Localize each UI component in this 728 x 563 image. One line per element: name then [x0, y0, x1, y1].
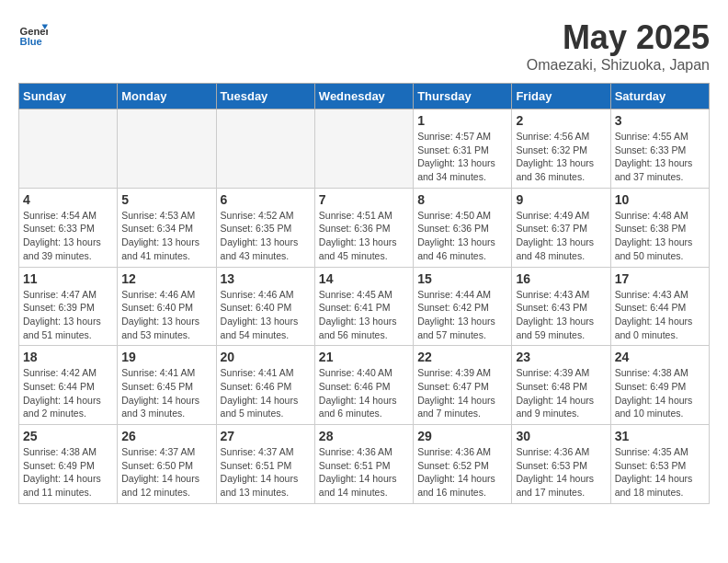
calendar-cell: 10Sunrise: 4:48 AMSunset: 6:38 PMDayligh…	[610, 188, 709, 267]
month-title: May 2025	[527, 18, 710, 57]
calendar-cell: 17Sunrise: 4:43 AMSunset: 6:44 PMDayligh…	[610, 267, 709, 346]
calendar-cell: 27Sunrise: 4:37 AMSunset: 6:51 PMDayligh…	[216, 425, 314, 504]
day-info: Sunrise: 4:45 AMSunset: 6:41 PMDaylight:…	[319, 288, 409, 342]
day-number: 31	[615, 429, 705, 443]
day-info: Sunrise: 4:56 AMSunset: 6:32 PMDaylight:…	[516, 130, 606, 184]
day-header-saturday: Saturday	[610, 84, 709, 109]
logo: General Blue	[18, 18, 48, 48]
day-info: Sunrise: 4:44 AMSunset: 6:42 PMDaylight:…	[417, 288, 507, 342]
calendar-cell: 15Sunrise: 4:44 AMSunset: 6:42 PMDayligh…	[414, 267, 512, 346]
day-info: Sunrise: 4:53 AMSunset: 6:34 PMDaylight:…	[121, 209, 211, 263]
day-number: 29	[417, 429, 507, 443]
day-info: Sunrise: 4:36 AMSunset: 6:53 PMDaylight:…	[516, 445, 606, 500]
day-number: 25	[23, 429, 113, 443]
calendar-cell: 4Sunrise: 4:54 AMSunset: 6:33 PMDaylight…	[19, 188, 118, 267]
calendar-cell: 16Sunrise: 4:43 AMSunset: 6:43 PMDayligh…	[512, 267, 610, 346]
day-info: Sunrise: 4:39 AMSunset: 6:47 PMDaylight:…	[417, 366, 507, 420]
week-row-2: 4Sunrise: 4:54 AMSunset: 6:33 PMDaylight…	[19, 188, 710, 267]
day-header-thursday: Thursday	[414, 84, 512, 109]
calendar-cell: 5Sunrise: 4:53 AMSunset: 6:34 PMDaylight…	[118, 188, 216, 267]
day-number: 17	[615, 271, 705, 286]
calendar-cell: 3Sunrise: 4:55 AMSunset: 6:33 PMDaylight…	[610, 109, 709, 189]
day-info: Sunrise: 4:54 AMSunset: 6:33 PMDaylight:…	[23, 209, 113, 263]
day-number: 7	[319, 192, 409, 207]
day-info: Sunrise: 4:37 AMSunset: 6:51 PMDaylight:…	[221, 445, 311, 500]
calendar-cell: 7Sunrise: 4:51 AMSunset: 6:36 PMDaylight…	[314, 188, 413, 267]
day-info: Sunrise: 4:36 AMSunset: 6:52 PMDaylight:…	[417, 445, 507, 500]
svg-text:Blue: Blue	[20, 36, 42, 47]
calendar-cell: 20Sunrise: 4:41 AMSunset: 6:46 PMDayligh…	[216, 346, 314, 425]
calendar-cell: 23Sunrise: 4:39 AMSunset: 6:48 PMDayligh…	[512, 346, 610, 425]
day-number: 19	[121, 350, 211, 364]
day-info: Sunrise: 4:43 AMSunset: 6:44 PMDaylight:…	[615, 288, 705, 342]
day-info: Sunrise: 4:51 AMSunset: 6:36 PMDaylight:…	[319, 209, 409, 263]
day-info: Sunrise: 4:46 AMSunset: 6:40 PMDaylight:…	[221, 288, 311, 342]
day-info: Sunrise: 4:41 AMSunset: 6:45 PMDaylight:…	[121, 366, 211, 420]
logo-icon: General Blue	[18, 18, 48, 48]
page-header: General Blue May 2025 Omaezaki, Shizuoka…	[18, 18, 710, 74]
day-number: 18	[23, 350, 113, 364]
calendar-cell: 12Sunrise: 4:46 AMSunset: 6:40 PMDayligh…	[118, 267, 216, 346]
day-header-wednesday: Wednesday	[314, 84, 413, 109]
calendar-cell: 18Sunrise: 4:42 AMSunset: 6:44 PMDayligh…	[19, 346, 118, 425]
calendar-cell: 26Sunrise: 4:37 AMSunset: 6:50 PMDayligh…	[118, 425, 216, 504]
day-info: Sunrise: 4:49 AMSunset: 6:37 PMDaylight:…	[516, 209, 606, 263]
day-number: 2	[516, 113, 606, 128]
calendar-cell: 11Sunrise: 4:47 AMSunset: 6:39 PMDayligh…	[19, 267, 118, 346]
calendar-cell: 31Sunrise: 4:35 AMSunset: 6:53 PMDayligh…	[610, 425, 709, 504]
title-block: May 2025 Omaezaki, Shizuoka, Japan	[527, 18, 710, 74]
calendar-cell: 30Sunrise: 4:36 AMSunset: 6:53 PMDayligh…	[512, 425, 610, 504]
day-number: 13	[221, 271, 311, 286]
calendar-cell: 1Sunrise: 4:57 AMSunset: 6:31 PMDaylight…	[414, 109, 512, 189]
calendar-header-row: SundayMondayTuesdayWednesdayThursdayFrid…	[19, 84, 710, 109]
day-number: 3	[615, 113, 705, 128]
day-header-friday: Friday	[512, 84, 610, 109]
day-info: Sunrise: 4:50 AMSunset: 6:36 PMDaylight:…	[417, 209, 507, 263]
day-number: 10	[615, 192, 705, 207]
calendar-cell: 19Sunrise: 4:41 AMSunset: 6:45 PMDayligh…	[118, 346, 216, 425]
calendar-cell	[314, 109, 413, 189]
day-info: Sunrise: 4:48 AMSunset: 6:38 PMDaylight:…	[615, 209, 705, 263]
day-info: Sunrise: 4:37 AMSunset: 6:50 PMDaylight:…	[121, 445, 211, 500]
calendar-cell: 28Sunrise: 4:36 AMSunset: 6:51 PMDayligh…	[314, 425, 413, 504]
day-info: Sunrise: 4:38 AMSunset: 6:49 PMDaylight:…	[615, 366, 705, 420]
week-row-5: 25Sunrise: 4:38 AMSunset: 6:49 PMDayligh…	[19, 425, 710, 504]
day-info: Sunrise: 4:57 AMSunset: 6:31 PMDaylight:…	[417, 130, 507, 184]
week-row-1: 1Sunrise: 4:57 AMSunset: 6:31 PMDaylight…	[19, 109, 710, 189]
calendar-cell: 21Sunrise: 4:40 AMSunset: 6:46 PMDayligh…	[314, 346, 413, 425]
day-number: 21	[319, 350, 409, 364]
calendar-cell: 14Sunrise: 4:45 AMSunset: 6:41 PMDayligh…	[314, 267, 413, 346]
day-number: 12	[121, 271, 211, 286]
day-number: 30	[516, 429, 606, 443]
day-info: Sunrise: 4:35 AMSunset: 6:53 PMDaylight:…	[615, 445, 705, 500]
day-number: 26	[121, 429, 211, 443]
calendar-cell	[118, 109, 216, 189]
calendar-cell: 13Sunrise: 4:46 AMSunset: 6:40 PMDayligh…	[216, 267, 314, 346]
day-header-tuesday: Tuesday	[216, 84, 314, 109]
day-info: Sunrise: 4:55 AMSunset: 6:33 PMDaylight:…	[615, 130, 705, 184]
calendar-cell: 6Sunrise: 4:52 AMSunset: 6:35 PMDaylight…	[216, 188, 314, 267]
day-number: 22	[417, 350, 507, 364]
day-number: 14	[319, 271, 409, 286]
calendar-cell: 22Sunrise: 4:39 AMSunset: 6:47 PMDayligh…	[414, 346, 512, 425]
day-number: 8	[417, 192, 507, 207]
day-number: 23	[516, 350, 606, 364]
calendar-cell: 8Sunrise: 4:50 AMSunset: 6:36 PMDaylight…	[414, 188, 512, 267]
day-number: 1	[417, 113, 507, 128]
week-row-4: 18Sunrise: 4:42 AMSunset: 6:44 PMDayligh…	[19, 346, 710, 425]
day-info: Sunrise: 4:41 AMSunset: 6:46 PMDaylight:…	[221, 366, 311, 420]
day-header-sunday: Sunday	[19, 84, 118, 109]
calendar-cell: 29Sunrise: 4:36 AMSunset: 6:52 PMDayligh…	[414, 425, 512, 504]
day-info: Sunrise: 4:38 AMSunset: 6:49 PMDaylight:…	[23, 445, 113, 500]
day-header-monday: Monday	[118, 84, 216, 109]
calendar-cell	[216, 109, 314, 189]
day-info: Sunrise: 4:47 AMSunset: 6:39 PMDaylight:…	[23, 288, 113, 342]
location-subtitle: Omaezaki, Shizuoka, Japan	[527, 57, 710, 74]
calendar-cell: 2Sunrise: 4:56 AMSunset: 6:32 PMDaylight…	[512, 109, 610, 189]
day-number: 5	[121, 192, 211, 207]
day-number: 27	[221, 429, 311, 443]
day-number: 11	[23, 271, 113, 286]
day-info: Sunrise: 4:46 AMSunset: 6:40 PMDaylight:…	[121, 288, 211, 342]
day-number: 15	[417, 271, 507, 286]
day-info: Sunrise: 4:36 AMSunset: 6:51 PMDaylight:…	[319, 445, 409, 500]
